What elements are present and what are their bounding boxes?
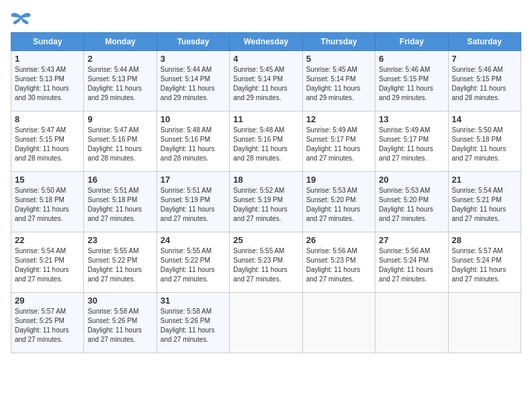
calendar-cell <box>448 293 521 353</box>
calendar-cell <box>230 293 302 353</box>
day-number: 10 <box>161 114 226 124</box>
calendar-cell: 24Sunrise: 5:55 AM Sunset: 5:22 PM Dayli… <box>157 232 229 293</box>
calendar-cell: 5Sunrise: 5:45 AM Sunset: 5:14 PM Daylig… <box>302 51 375 111</box>
day-info: Sunrise: 5:47 AM Sunset: 5:15 PM Dayligh… <box>15 126 80 163</box>
calendar-cell: 21Sunrise: 5:54 AM Sunset: 5:21 PM Dayli… <box>448 172 521 232</box>
day-info: Sunrise: 5:58 AM Sunset: 5:26 PM Dayligh… <box>161 307 226 345</box>
day-number: 12 <box>306 114 371 124</box>
calendar-cell <box>375 293 448 353</box>
day-info: Sunrise: 5:44 AM Sunset: 5:13 PM Dayligh… <box>87 65 152 103</box>
day-number: 16 <box>87 175 152 185</box>
day-info: Sunrise: 5:51 AM Sunset: 5:19 PM Dayligh… <box>161 186 226 224</box>
calendar-cell: 17Sunrise: 5:51 AM Sunset: 5:19 PM Dayli… <box>157 172 229 232</box>
day-info: Sunrise: 5:56 AM Sunset: 5:24 PM Dayligh… <box>379 246 444 284</box>
calendar-cell: 3Sunrise: 5:44 AM Sunset: 5:14 PM Daylig… <box>157 51 229 111</box>
day-number: 7 <box>452 54 517 64</box>
calendar-cell: 12Sunrise: 5:49 AM Sunset: 5:17 PM Dayli… <box>302 111 375 172</box>
logo <box>11 11 34 27</box>
calendar-cell: 27Sunrise: 5:56 AM Sunset: 5:24 PM Dayli… <box>375 232 448 293</box>
day-number: 21 <box>452 175 517 185</box>
day-number: 22 <box>15 235 80 245</box>
day-info: Sunrise: 5:44 AM Sunset: 5:14 PM Dayligh… <box>161 65 226 103</box>
calendar-cell: 4Sunrise: 5:45 AM Sunset: 5:14 PM Daylig… <box>230 51 302 111</box>
calendar-cell: 11Sunrise: 5:48 AM Sunset: 5:16 PM Dayli… <box>230 111 302 172</box>
header <box>11 11 521 27</box>
day-number: 17 <box>161 175 226 185</box>
calendar-cell: 25Sunrise: 5:55 AM Sunset: 5:23 PM Dayli… <box>230 232 302 293</box>
day-number: 14 <box>452 114 517 124</box>
day-info: Sunrise: 5:57 AM Sunset: 5:24 PM Dayligh… <box>452 246 517 284</box>
calendar-cell: 15Sunrise: 5:50 AM Sunset: 5:18 PM Dayli… <box>11 172 84 232</box>
day-header-monday: Monday <box>84 33 157 51</box>
day-number: 18 <box>233 175 298 185</box>
day-info: Sunrise: 5:52 AM Sunset: 5:19 PM Dayligh… <box>233 186 298 224</box>
day-info: Sunrise: 5:48 AM Sunset: 5:16 PM Dayligh… <box>161 126 226 163</box>
calendar-cell: 19Sunrise: 5:53 AM Sunset: 5:20 PM Dayli… <box>302 172 375 232</box>
calendar-table: SundayMondayTuesdayWednesdayThursdayFrid… <box>11 32 521 353</box>
day-info: Sunrise: 5:57 AM Sunset: 5:25 PM Dayligh… <box>15 307 80 345</box>
calendar-cell: 31Sunrise: 5:58 AM Sunset: 5:26 PM Dayli… <box>157 293 229 353</box>
day-number: 26 <box>306 235 371 245</box>
day-info: Sunrise: 5:45 AM Sunset: 5:14 PM Dayligh… <box>306 65 371 103</box>
day-info: Sunrise: 5:50 AM Sunset: 5:18 PM Dayligh… <box>15 186 80 224</box>
day-number: 13 <box>379 114 444 124</box>
day-number: 2 <box>87 54 152 64</box>
day-number: 9 <box>87 114 152 124</box>
calendar-cell: 8Sunrise: 5:47 AM Sunset: 5:15 PM Daylig… <box>11 111 84 172</box>
calendar-cell: 20Sunrise: 5:53 AM Sunset: 5:20 PM Dayli… <box>375 172 448 232</box>
day-info: Sunrise: 5:54 AM Sunset: 5:21 PM Dayligh… <box>15 246 80 284</box>
calendar-cell: 2Sunrise: 5:44 AM Sunset: 5:13 PM Daylig… <box>84 51 157 111</box>
day-number: 11 <box>233 114 298 124</box>
day-number: 29 <box>15 295 80 306</box>
day-info: Sunrise: 5:43 AM Sunset: 5:13 PM Dayligh… <box>15 65 80 103</box>
calendar-cell: 9Sunrise: 5:47 AM Sunset: 5:16 PM Daylig… <box>84 111 157 172</box>
day-info: Sunrise: 5:56 AM Sunset: 5:23 PM Dayligh… <box>306 246 371 284</box>
day-info: Sunrise: 5:49 AM Sunset: 5:17 PM Dayligh… <box>306 126 371 163</box>
day-header-friday: Friday <box>375 33 448 51</box>
day-header-wednesday: Wednesday <box>230 33 302 51</box>
day-number: 6 <box>379 54 444 64</box>
calendar-cell: 10Sunrise: 5:48 AM Sunset: 5:16 PM Dayli… <box>157 111 229 172</box>
day-info: Sunrise: 5:53 AM Sunset: 5:20 PM Dayligh… <box>379 186 444 224</box>
calendar-cell: 13Sunrise: 5:49 AM Sunset: 5:17 PM Dayli… <box>375 111 448 172</box>
calendar-cell: 7Sunrise: 5:46 AM Sunset: 5:15 PM Daylig… <box>448 51 521 111</box>
day-number: 31 <box>161 295 226 306</box>
day-info: Sunrise: 5:54 AM Sunset: 5:21 PM Dayligh… <box>452 186 517 224</box>
day-number: 27 <box>379 235 444 245</box>
day-info: Sunrise: 5:48 AM Sunset: 5:16 PM Dayligh… <box>233 126 298 163</box>
day-info: Sunrise: 5:46 AM Sunset: 5:15 PM Dayligh… <box>452 65 517 103</box>
day-number: 5 <box>306 54 371 64</box>
day-header-sunday: Sunday <box>11 33 84 51</box>
day-info: Sunrise: 5:51 AM Sunset: 5:18 PM Dayligh… <box>87 186 152 224</box>
calendar-cell: 23Sunrise: 5:55 AM Sunset: 5:22 PM Dayli… <box>84 232 157 293</box>
day-number: 23 <box>87 235 152 245</box>
day-info: Sunrise: 5:55 AM Sunset: 5:22 PM Dayligh… <box>87 246 152 284</box>
calendar-cell: 29Sunrise: 5:57 AM Sunset: 5:25 PM Dayli… <box>11 293 84 353</box>
day-number: 8 <box>15 114 80 124</box>
calendar-cell: 16Sunrise: 5:51 AM Sunset: 5:18 PM Dayli… <box>84 172 157 232</box>
day-header-tuesday: Tuesday <box>157 33 229 51</box>
day-number: 25 <box>233 235 298 245</box>
day-info: Sunrise: 5:53 AM Sunset: 5:20 PM Dayligh… <box>306 186 371 224</box>
day-number: 24 <box>161 235 226 245</box>
day-info: Sunrise: 5:49 AM Sunset: 5:17 PM Dayligh… <box>379 126 444 163</box>
day-info: Sunrise: 5:46 AM Sunset: 5:15 PM Dayligh… <box>379 65 444 103</box>
calendar-cell: 18Sunrise: 5:52 AM Sunset: 5:19 PM Dayli… <box>230 172 302 232</box>
day-header-thursday: Thursday <box>302 33 375 51</box>
day-info: Sunrise: 5:50 AM Sunset: 5:18 PM Dayligh… <box>452 126 517 163</box>
calendar-cell: 6Sunrise: 5:46 AM Sunset: 5:15 PM Daylig… <box>375 51 448 111</box>
day-info: Sunrise: 5:47 AM Sunset: 5:16 PM Dayligh… <box>87 126 152 163</box>
day-number: 1 <box>15 54 80 64</box>
day-number: 20 <box>379 175 444 185</box>
day-header-saturday: Saturday <box>448 33 521 51</box>
day-number: 15 <box>15 175 80 185</box>
day-number: 3 <box>161 54 226 64</box>
day-info: Sunrise: 5:58 AM Sunset: 5:26 PM Dayligh… <box>87 307 152 345</box>
day-number: 19 <box>306 175 371 185</box>
calendar-cell: 30Sunrise: 5:58 AM Sunset: 5:26 PM Dayli… <box>84 293 157 353</box>
day-number: 28 <box>452 235 517 245</box>
calendar-cell: 1Sunrise: 5:43 AM Sunset: 5:13 PM Daylig… <box>11 51 84 111</box>
calendar-cell: 22Sunrise: 5:54 AM Sunset: 5:21 PM Dayli… <box>11 232 84 293</box>
day-info: Sunrise: 5:55 AM Sunset: 5:23 PM Dayligh… <box>233 246 298 284</box>
day-info: Sunrise: 5:45 AM Sunset: 5:14 PM Dayligh… <box>233 65 298 103</box>
